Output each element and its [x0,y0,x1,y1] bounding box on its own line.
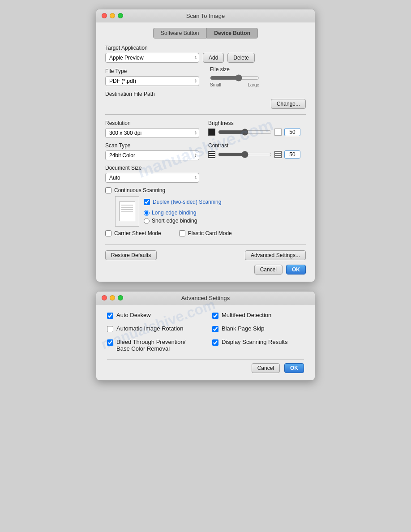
scan-type-select-wrapper: 24bit Color [105,150,199,160]
contrast-slider[interactable] [218,151,272,158]
auto-rotation-row: Automatic Image Rotation [107,325,199,332]
advanced-settings-button[interactable]: Advanced Settings... [245,250,306,260]
adv-maximize-button[interactable] [118,295,123,300]
plastic-card-label: Plastic Card Mode [188,230,232,236]
carrier-sheet-checkbox[interactable] [105,230,111,236]
resolution-select-wrapper: 300 x 300 dpi [105,128,199,138]
adv-window-title: Advanced Settings [181,295,230,301]
duplex-panel: Duplex (two-sided) Scanning Long-edge bi… [115,196,306,227]
file-type-select-wrapper: PDF (*.pdf) [105,76,199,86]
file-size-slider-container [210,74,259,82]
scan-type-label: Scan Type [105,142,199,149]
long-edge-label: Long-edge binding [152,210,196,216]
continuous-scanning-checkbox[interactable] [105,187,111,193]
ok-button[interactable]: OK [286,265,306,275]
contrast-low-icon [208,151,215,158]
brightness-label: Brightness [208,120,306,126]
resolution-select[interactable]: 300 x 300 dpi [105,128,199,138]
main-window: Scan To Image Software Button Device But… [96,9,315,282]
bleed-through-row: Bleed Through Prevention/Base Color Remo… [107,339,199,352]
brightness-value: 50 [284,128,300,136]
tab-device-button[interactable]: Device Button [206,28,258,39]
document-size-select[interactable]: Auto [105,173,199,183]
adv-cancel-button[interactable]: Cancel [252,363,280,373]
bottom-checks: Carrier Sheet Mode Plastic Card Mode [105,230,306,239]
display-scanning-checkbox[interactable] [212,339,218,346]
change-button[interactable]: Change... [271,99,306,109]
file-type-size-row: File Type PDF (*.pdf) File size Small La [105,66,306,87]
bleed-through-checkbox[interactable] [107,339,113,346]
adv-footer: Cancel OK [107,359,304,373]
adv-titlebar: Advanced Settings [96,292,315,305]
maximize-button[interactable] [118,13,123,18]
right-column: Brightness 50 Contrast 50 [208,120,306,183]
long-edge-row: Long-edge binding [144,210,221,216]
short-edge-label: Short-edge binding [152,218,197,224]
blank-page-checkbox[interactable] [212,326,218,332]
duplex-checkbox[interactable] [144,199,150,205]
file-size-slider[interactable] [210,74,259,82]
document-size-select-wrapper: Auto [105,173,199,183]
adv-body: manualshive.com Auto Deskew Multifeed De… [107,312,304,352]
file-size-label: File size [210,66,259,73]
duplex-image [115,196,139,227]
blank-page-label: Blank Page Skip [222,325,264,332]
cancel-button[interactable]: Cancel [254,265,283,275]
main-window-content: Software Button Device Button Target App… [96,22,315,282]
file-type-section: File Type PDF (*.pdf) [105,68,199,86]
plastic-card-checkbox[interactable] [179,230,185,236]
long-edge-radio[interactable] [144,210,150,216]
multifeed-row: Multifeed Detection [212,312,304,319]
minimize-button[interactable] [110,13,115,18]
short-edge-radio[interactable] [144,218,150,224]
document-size-label: Document Size [105,165,199,171]
main-titlebar: Scan To Image [96,9,315,22]
brightness-row: 50 [208,128,306,136]
delete-button[interactable]: Delete [227,53,255,63]
destination-section: Destination File Path Change... [105,91,306,109]
add-button[interactable]: Add [203,53,224,63]
adv-traffic-lights [102,295,123,300]
multifeed-label: Multifeed Detection [222,312,271,318]
plastic-card-row: Plastic Card Mode [179,230,232,236]
brightness-black-icon [208,129,215,136]
bleed-through-label: Bleed Through Prevention/Base Color Remo… [116,339,185,352]
main-window-title: Scan To Image [186,13,225,19]
file-size-section: File size Small Large [210,66,259,87]
auto-deskew-label: Auto Deskew [116,312,151,318]
target-application-select-wrapper: Apple Preview [105,53,199,63]
file-size-slider-labels: Small Large [210,82,259,87]
contrast-high-icon [274,151,282,158]
resolution-brightness-section: Resolution 300 x 300 dpi Scan Type 24bit… [105,120,306,183]
contrast-label: Contrast [208,142,306,149]
scan-type-select[interactable]: 24bit Color [105,150,199,160]
divider-1 [105,114,306,115]
duplex-checkbox-row: Duplex (two-sided) Scanning [144,199,221,205]
adv-ok-button[interactable]: OK [284,363,304,373]
restore-defaults-button[interactable]: Restore Defaults [105,250,157,260]
advanced-options-grid: Auto Deskew Multifeed Detection Automati… [107,312,304,352]
target-application-select[interactable]: Apple Preview [105,53,199,63]
adv-close-button[interactable] [102,295,107,300]
auto-rotation-checkbox[interactable] [107,326,113,332]
adv-minimize-button[interactable] [110,295,115,300]
auto-deskew-checkbox[interactable] [107,313,113,319]
close-button[interactable] [102,13,107,18]
brightness-slider[interactable] [218,129,272,136]
file-type-select[interactable]: PDF (*.pdf) [105,76,199,86]
carrier-sheet-label: Carrier Sheet Mode [114,230,161,236]
carrier-sheet-row: Carrier Sheet Mode [105,230,161,236]
destination-label: Destination File Path [105,91,306,97]
brightness-white-icon [274,129,282,136]
target-application-section: Target Application Apple Preview Add Del… [105,45,306,63]
file-size-large-label: Large [248,82,259,87]
advanced-settings-window: Advanced Settings manualshive.com Auto D… [96,291,315,381]
contrast-row: 50 [208,150,306,159]
contrast-value: 50 [284,150,300,159]
traffic-lights [102,13,123,18]
multifeed-checkbox[interactable] [212,313,218,319]
resolution-label: Resolution [105,120,199,126]
main-footer: Restore Defaults Advanced Settings... [105,250,306,260]
tab-software-button[interactable]: Software Button [153,28,206,39]
tab-bar: Software Button Device Button [105,28,306,39]
